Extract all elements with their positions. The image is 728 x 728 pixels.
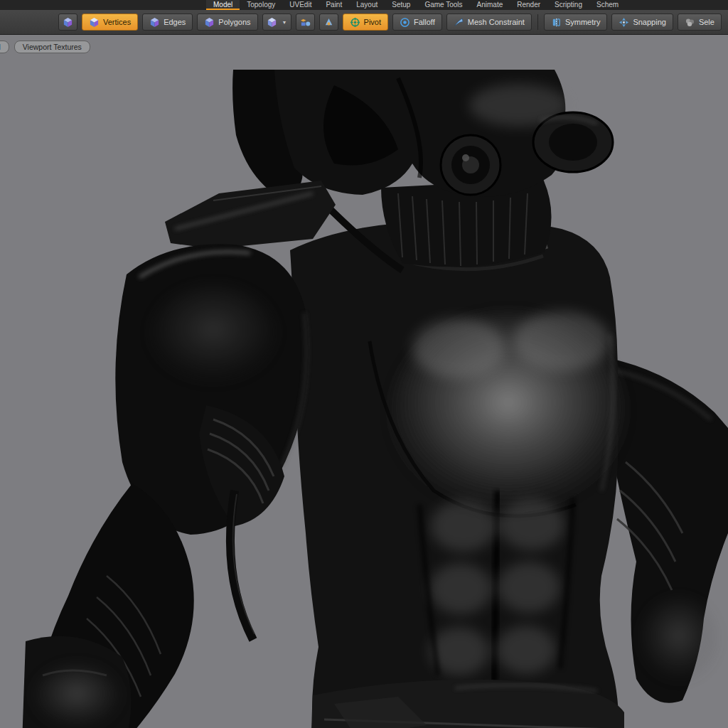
menu-tab-layout[interactable]: Layout	[349, 0, 385, 10]
menu-tab-uvedit[interactable]: UVEdit	[282, 0, 318, 10]
menu-tab-topology[interactable]: Topology	[240, 0, 282, 10]
constraint-arrow-icon	[454, 17, 464, 28]
pivot-button[interactable]: Pivot	[343, 14, 388, 31]
scene-items-icon	[300, 17, 311, 28]
cube-icon	[267, 17, 277, 28]
snapping-button[interactable]: Snapping	[611, 14, 673, 31]
item-mode-button[interactable]	[296, 14, 315, 31]
selection-set-icon	[685, 17, 695, 28]
menu-tab-paint[interactable]: Paint	[318, 0, 349, 10]
menu-tab-animate[interactable]: Animate	[470, 0, 510, 10]
3d-viewport[interactable]	[0, 36, 728, 728]
component-mode-dropdown-button[interactable]: ▼	[262, 14, 291, 31]
pivot-label: Pivot	[364, 18, 381, 26]
menu-tabbar-spacer	[0, 0, 206, 10]
symmetry-bars-icon	[551, 17, 562, 28]
selection-label: Sele	[699, 18, 714, 26]
symmetry-button[interactable]: Symmetry	[544, 14, 608, 31]
cube-icon	[63, 17, 73, 28]
snap-crosshair-icon	[619, 17, 629, 28]
vertices-label: Vertices	[103, 18, 131, 26]
falloff-circle-icon	[400, 17, 410, 28]
cube-icon	[149, 17, 160, 28]
pivot-crosshair-icon	[350, 17, 360, 28]
edges-mode-button[interactable]: Edges	[142, 14, 193, 31]
polygons-mode-button[interactable]: Polygons	[197, 14, 257, 31]
menu-tab-schematic[interactable]: Schem	[589, 0, 626, 10]
polygons-label: Polygons	[218, 18, 250, 26]
mesh-constraint-button[interactable]: Mesh Constraint	[446, 14, 532, 31]
main-menu-tabbar: Model Topology UVEdit Paint Layout Setup…	[0, 0, 728, 10]
center-mode-button[interactable]	[319, 14, 338, 31]
viewport-tab-textures[interactable]: Viewport Textures	[14, 41, 90, 53]
scene-center-icon	[323, 17, 334, 28]
symmetry-label: Symmetry	[565, 18, 601, 26]
selection-toolbar: Vertices Edges Polygons ▼	[0, 10, 728, 35]
mesh-item-mode-button[interactable]	[58, 14, 77, 31]
menu-tab-setup[interactable]: Setup	[385, 0, 417, 10]
viewport-tab-advanced[interactable]: nced	[0, 41, 9, 53]
viewport-3d-model[interactable]	[0, 36, 728, 728]
menu-tab-game-tools[interactable]: Game Tools	[417, 0, 469, 10]
viewport-tab-row: nced Viewport Textures	[0, 41, 90, 53]
snapping-label: Snapping	[633, 18, 666, 26]
menu-tab-scripting[interactable]: Scripting	[547, 0, 589, 10]
cube-icon	[204, 17, 215, 28]
menu-tab-model[interactable]: Model	[206, 0, 240, 10]
falloff-button[interactable]: Falloff	[392, 14, 442, 31]
selection-sets-button[interactable]: Sele	[678, 14, 722, 31]
edges-label: Edges	[164, 18, 186, 26]
falloff-label: Falloff	[414, 18, 435, 26]
menu-tab-render[interactable]: Render	[510, 0, 547, 10]
mesh-constraint-label: Mesh Constraint	[468, 18, 525, 26]
vertices-mode-button[interactable]: Vertices	[82, 14, 138, 31]
cube-icon	[89, 17, 100, 28]
toolbar-separator	[537, 14, 538, 30]
chevron-down-icon: ▼	[282, 20, 287, 25]
